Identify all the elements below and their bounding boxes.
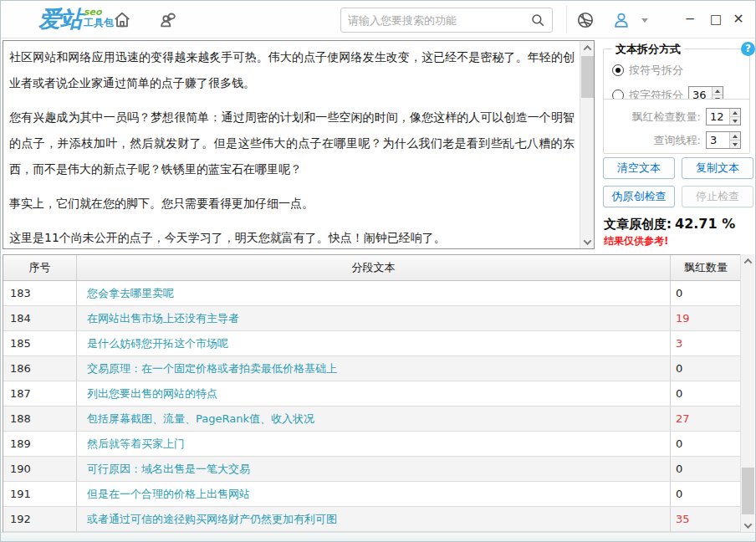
table-row[interactable]: 187列出您要出售的网站的特点0 <box>3 381 741 406</box>
table-row[interactable]: 186交易原理：在一个固定价格或者拍卖最低价格基础上0 <box>3 356 741 381</box>
header-segment-text: 分段文本 <box>77 255 671 280</box>
search-input[interactable] <box>341 14 530 27</box>
table-row[interactable]: 191但是在一个合理的价格上出售网站0 <box>3 482 741 507</box>
editor-scrollbar[interactable] <box>580 41 594 248</box>
header-red-count: 飘红数量 <box>671 255 741 280</box>
originality-result: 文章原创度:42.71 % <box>604 216 735 233</box>
segment-text[interactable]: 您会拿去哪里卖呢 <box>77 281 671 305</box>
paragraph: 社区网站和网络应用迅速的变得越来越炙手可热。伟大的点子使网络发生改变，这已经不是… <box>9 44 575 96</box>
search-box <box>340 8 553 33</box>
red-count: 0 <box>671 381 741 406</box>
logo-seo-text: seo <box>84 8 114 17</box>
thread-count-value[interactable]: 3 <box>707 132 729 148</box>
split-method-title: 文本拆分方式 <box>612 42 684 57</box>
result-disclaimer: 结果仅供参考! <box>604 234 668 248</box>
row-index: 187 <box>3 381 77 406</box>
scroll-up-icon[interactable] <box>741 254 754 268</box>
settings-panel: 文本拆分方式 按符号拆分 按字符拆分 36 ? 飘红检查数量: 12 <box>598 38 756 252</box>
radio-split-by-symbol[interactable]: 按符号拆分 <box>612 63 683 78</box>
header-index: 序号 <box>3 255 77 280</box>
red-count: 0 <box>671 457 741 481</box>
check-settings-group: 飘红检查数量: 12 查询线程: 3 <box>603 99 750 154</box>
table-row[interactable]: 185是什么妨碍您开拓这个市场呢3 <box>3 331 741 356</box>
spin-up-button[interactable] <box>730 132 740 141</box>
stop-check-button[interactable]: 停止检查 <box>682 186 753 207</box>
segment-text[interactable]: 是什么妨碍您开拓这个市场呢 <box>77 331 671 355</box>
red-count: 0 <box>671 356 741 381</box>
table-scrollbar[interactable] <box>740 254 754 532</box>
segment-text[interactable]: 包括屏幕截图、流量、PageRank值、收入状况 <box>77 406 671 431</box>
red-count: 35 <box>671 507 741 531</box>
red-check-count-spinner[interactable]: 12 <box>706 108 741 125</box>
originality-value: 42.71 % <box>675 216 735 232</box>
table-body: 183您会拿去哪里卖呢0184在网站出售市场上还没有主导者19185是什么妨碍您… <box>3 281 741 532</box>
user-menu-caret-icon[interactable] <box>641 18 648 23</box>
segments-table: 序号 分段文本 飘红数量 183您会拿去哪里卖呢0184在网站出售市场上还没有主… <box>3 254 742 532</box>
table-row[interactable]: 192或者通过可信的途径购买网络财产仍然更加有利可图35 <box>3 507 741 532</box>
radio-symbol-label: 按符号拆分 <box>629 63 683 78</box>
logo-sub-text: 工具包 <box>84 18 114 28</box>
table-row[interactable]: 190可行原因：域名出售是一笔大交易0 <box>3 457 741 482</box>
originality-check-button[interactable]: 伪原创检查 <box>603 186 675 207</box>
row-index: 185 <box>3 331 77 355</box>
home-icon[interactable] <box>113 11 131 29</box>
minimize-button[interactable]: ─ <box>680 9 700 29</box>
red-count: 3 <box>671 331 741 355</box>
spin-down-button[interactable] <box>730 141 740 148</box>
feedback-icon[interactable] <box>159 11 177 29</box>
scroll-down-icon[interactable] <box>580 235 594 248</box>
app-window: 爱站 seo 工具包 ─ □ ✕ <box>0 0 756 542</box>
row-index: 191 <box>3 482 77 506</box>
search-icon[interactable] <box>530 13 545 28</box>
spin-up-button[interactable] <box>713 87 723 95</box>
row-index: 188 <box>3 406 77 431</box>
red-check-count-value[interactable]: 12 <box>707 109 729 125</box>
segment-text[interactable]: 在网站出售市场上还没有主导者 <box>77 306 671 330</box>
row-index: 186 <box>3 356 77 381</box>
maximize-button[interactable]: □ <box>706 9 726 29</box>
segment-text[interactable]: 列出您要出售的网站的特点 <box>77 381 671 406</box>
segment-text[interactable]: 或者通过可信的途径购买网络财产仍然更加有利可图 <box>77 507 671 531</box>
user-icon[interactable] <box>612 11 631 29</box>
row-index: 189 <box>3 432 77 456</box>
help-icon[interactable]: ? <box>741 42 755 56</box>
red-count: 0 <box>671 482 741 506</box>
segment-text[interactable]: 可行原因：域名出售是一笔大交易 <box>77 457 671 481</box>
spin-up-button[interactable] <box>730 109 740 117</box>
table-row[interactable]: 188包括屏幕截图、流量、PageRank值、收入状况27 <box>3 406 741 432</box>
red-check-count-label: 飘红检查数量: <box>632 110 701 125</box>
source-text-content[interactable]: 社区网站和网络应用迅速的变得越来越炙手可热。伟大的点子使网络发生改变，这已经不是… <box>3 41 580 248</box>
table-header: 序号 分段文本 飘红数量 <box>3 255 741 281</box>
copy-text-button[interactable]: 复制文本 <box>682 157 753 179</box>
scroll-down-icon[interactable] <box>741 519 754 532</box>
thread-count-spinner[interactable]: 3 <box>706 131 741 149</box>
red-count: 0 <box>671 432 741 456</box>
radio-selected-icon[interactable] <box>612 64 624 76</box>
row-index: 192 <box>3 507 77 531</box>
clear-text-button[interactable]: 清空文本 <box>603 157 675 179</box>
paragraph: 您有兴趣成为其中一员吗？梦想很简单：通过周密的计划和一些空闲的时间，像您这样的人… <box>9 105 575 182</box>
segment-text[interactable]: 但是在一个合理的价格上出售网站 <box>77 482 671 506</box>
titlebar-divider <box>566 6 567 33</box>
network-icon[interactable] <box>576 11 595 29</box>
red-check-count-row: 飘红检查数量: 12 <box>632 108 741 125</box>
table-scrollbar-thumb[interactable] <box>742 468 754 514</box>
close-button[interactable]: ✕ <box>728 9 748 29</box>
thread-count-row: 查询线程: 3 <box>654 131 741 149</box>
originality-label: 文章原创度: <box>604 217 672 232</box>
logo-main-text: 爱站 <box>38 7 82 32</box>
spin-down-button[interactable] <box>730 117 740 125</box>
segment-text[interactable]: 交易原理：在一个固定价格或者拍卖最低价格基础上 <box>77 356 671 381</box>
paragraph: 这里是11个尚未公开的点子，今天学习了，明天您就富有了。快点！闹钟已经响了。 <box>9 225 575 248</box>
table-row[interactable]: 183您会拿去哪里卖呢0 <box>3 281 741 306</box>
editor-scrollbar-thumb[interactable] <box>581 56 594 98</box>
scroll-up-icon[interactable] <box>580 41 594 54</box>
row-index: 184 <box>3 306 77 330</box>
source-text-area[interactable]: 社区网站和网络应用迅速的变得越来越炙手可热。伟大的点子使网络发生改变，这已经不是… <box>3 40 595 249</box>
titlebar: 爱站 seo 工具包 ─ □ ✕ <box>1 1 755 38</box>
table-row[interactable]: 189然后就等着买家上门0 <box>3 432 741 457</box>
segment-text[interactable]: 然后就等着买家上门 <box>77 432 671 456</box>
row-index: 190 <box>3 457 77 481</box>
table-row[interactable]: 184在网站出售市场上还没有主导者19 <box>3 306 741 331</box>
red-count: 19 <box>671 306 741 330</box>
